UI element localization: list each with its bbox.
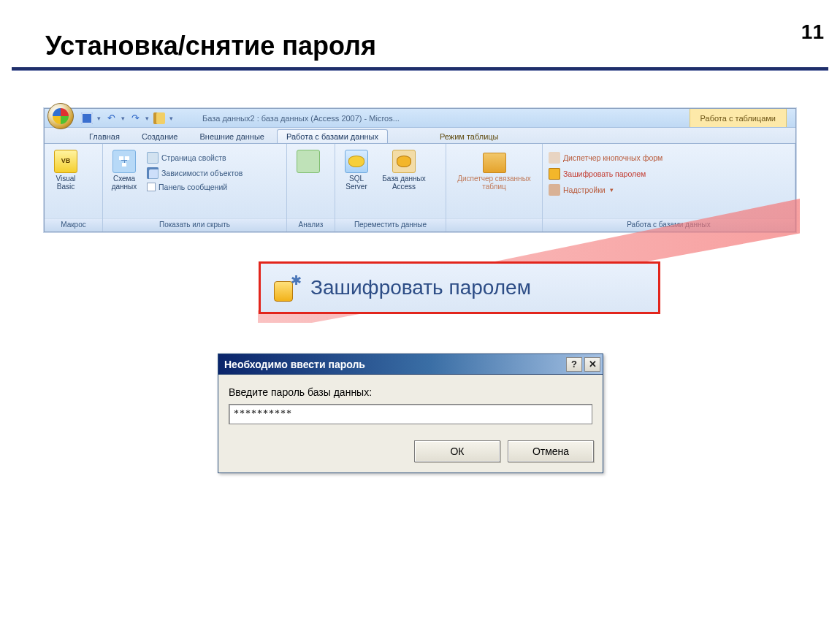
contextual-tab-group: Работа с таблицами — [690, 109, 787, 127]
dialog-title: Необходимо ввести пароль — [224, 359, 365, 370]
cancel-button[interactable]: Отмена — [508, 440, 594, 462]
slide-number: 11 — [801, 20, 824, 44]
dropdown-icon[interactable]: ▾ — [121, 112, 125, 124]
encrypt-database-icon: ✱ — [272, 274, 300, 302]
access-db-icon — [392, 150, 416, 173]
sql-server-button[interactable]: SQL Server — [340, 147, 373, 191]
message-bar-toggle[interactable]: Панель сообщений — [145, 182, 244, 192]
property-sheet-label: Страница свойств — [161, 153, 226, 162]
addins-icon — [549, 184, 560, 196]
analyze-button[interactable] — [291, 147, 325, 173]
tab-external-data[interactable]: Внешние данные — [191, 129, 274, 143]
analyze-icon — [297, 150, 320, 173]
qat-customize-icon[interactable]: ▾ — [169, 112, 173, 124]
dialog-titlebar: Необходимо ввести пароль ? ✕ — [218, 354, 603, 375]
addins-button[interactable]: Надстройки ▾ — [547, 183, 664, 196]
app-titlebar: ▾ ↶ ▾ ↷ ▾ ▾ База данных2 : база данных (… — [45, 109, 795, 128]
group-label-move-data: Переместить данные — [335, 218, 446, 232]
dropdown-icon[interactable]: ▾ — [97, 112, 101, 124]
slide-title: Установка/снятие пароля — [45, 31, 376, 61]
redo-icon[interactable]: ↷ — [129, 112, 141, 124]
help-button[interactable]: ? — [566, 357, 582, 372]
encrypt-icon — [549, 168, 560, 180]
group-label-macros: Макрос — [45, 218, 102, 232]
switchboard-manager-button[interactable]: Диспетчер кнопочных форм — [547, 151, 664, 164]
group-label-database-tools: Работа с базами данных — [543, 218, 795, 232]
checkbox-icon — [147, 183, 156, 191]
ribbon-group-linked-table-mgr: Диспетчер связанных таблиц — [446, 144, 543, 232]
close-button[interactable]: ✕ — [584, 357, 600, 372]
relationships-icon — [112, 150, 136, 173]
password-field-label: Введите пароль базы данных: — [229, 386, 592, 398]
group-label-analyze: Анализ — [287, 218, 335, 232]
ribbon-groups: Visual Basic Макрос Схема данных Страниц… — [45, 144, 795, 232]
dependencies-icon — [147, 167, 159, 179]
dropdown-icon: ▾ — [610, 186, 614, 194]
ribbon-group-database-tools: Диспетчер кнопочных форм Зашифровать пар… — [543, 144, 795, 232]
access-ribbon-screenshot: ▾ ↶ ▾ ↷ ▾ ▾ База данных2 : база данных (… — [44, 108, 796, 232]
relationships-button[interactable]: Схема данных — [107, 147, 141, 191]
encrypt-label: Зашифровать паролем — [563, 169, 646, 178]
encrypt-callout-text: Зашифровать паролем — [310, 276, 531, 299]
linked-table-manager-button[interactable]: Диспетчер связанных таблиц — [454, 147, 535, 191]
group-label-show-hide: Показать или скрыть — [103, 218, 286, 232]
office-button-icon[interactable] — [47, 103, 74, 129]
tab-create[interactable]: Создание — [132, 129, 188, 143]
property-sheet-button[interactable]: Страница свойств — [145, 151, 244, 164]
visual-basic-button[interactable]: Visual Basic — [49, 147, 83, 191]
undo-icon[interactable]: ↶ — [105, 112, 117, 124]
window-title: База данных2 : база данных (Access 2007)… — [202, 114, 400, 123]
ribbon-group-show-hide: Схема данных Страница свойств Зависимост… — [103, 144, 287, 232]
switchboard-label: Диспетчер кнопочных форм — [563, 153, 663, 162]
password-input[interactable] — [229, 404, 592, 424]
access-db-button[interactable]: База данных Access — [378, 147, 430, 191]
ok-button[interactable]: ОК — [414, 440, 500, 462]
encrypt-with-password-button[interactable]: Зашифровать паролем — [547, 167, 664, 180]
tab-database-tools[interactable]: Работа с базами данных — [277, 129, 388, 143]
object-dependencies-button[interactable]: Зависимости объектов — [145, 167, 244, 180]
save-icon[interactable] — [81, 112, 93, 124]
relationships-label: Схема данных — [107, 175, 141, 191]
ribbon-group-move-data: SQL Server База данных Access Переместит… — [335, 144, 446, 232]
ribbon-group-analyze: Анализ — [287, 144, 335, 232]
group-label-linked — [446, 218, 542, 232]
password-dialog: Необходимо ввести пароль ? ✕ Введите пар… — [218, 353, 603, 473]
visual-basic-icon — [54, 150, 77, 173]
tab-datasheet[interactable]: Режим таблицы — [430, 129, 508, 143]
tab-home[interactable]: Главная — [80, 129, 129, 143]
dependencies-label: Зависимости объектов — [161, 169, 243, 177]
sql-server-icon — [345, 150, 368, 173]
sql-server-label: SQL Server — [340, 175, 373, 191]
encrypt-callout: ✱ Зашифровать паролем — [259, 261, 660, 314]
linked-table-manager-label: Диспетчер связанных таблиц — [454, 175, 535, 191]
property-sheet-icon — [147, 152, 159, 164]
addins-label: Надстройки — [563, 186, 606, 194]
message-bar-label: Панель сообщений — [159, 183, 227, 191]
ribbon-group-macros: Visual Basic Макрос — [45, 144, 103, 232]
divider — [12, 70, 828, 71]
dropdown-icon[interactable]: ▾ — [145, 112, 149, 124]
ribbon-tabs: Главная Создание Внешние данные Работа с… — [45, 128, 795, 144]
switchboard-icon — [549, 152, 560, 164]
linked-table-manager-icon — [483, 150, 506, 173]
quick-access-toolbar: ▾ ↶ ▾ ↷ ▾ ▾ — [81, 112, 173, 124]
open-icon[interactable] — [153, 112, 165, 124]
visual-basic-label: Visual Basic — [49, 175, 83, 191]
access-db-label: База данных Access — [378, 175, 430, 191]
